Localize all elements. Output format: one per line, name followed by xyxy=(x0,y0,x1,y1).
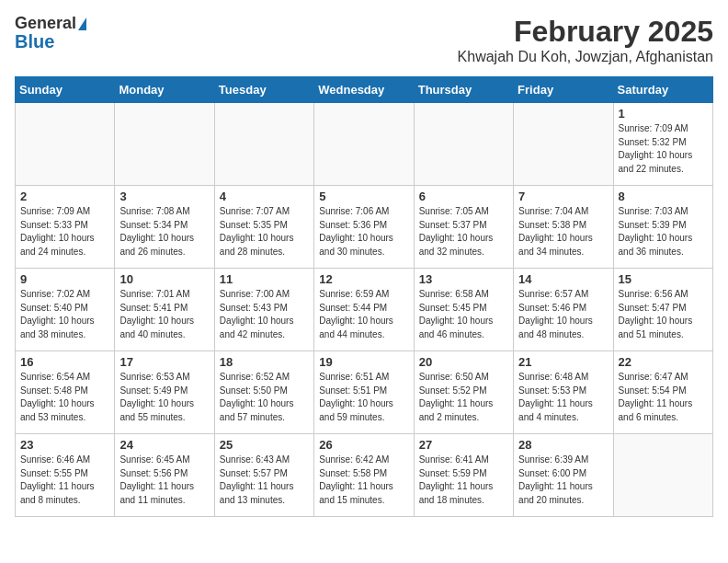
day-info: Sunrise: 7:03 AM Sunset: 5:39 PM Dayligh… xyxy=(619,205,708,259)
day-number: 3 xyxy=(119,190,209,203)
day-number: 28 xyxy=(518,438,608,452)
weekday-header-thursday: Thursday xyxy=(414,77,513,103)
location-title: Khwajah Du Koh, Jowzjan, Afghanistan xyxy=(458,49,713,65)
day-cell-empty xyxy=(214,103,313,186)
day-cell-empty xyxy=(314,103,414,186)
day-cell-23: 23Sunrise: 6:46 AM Sunset: 5:55 PM Dayli… xyxy=(16,434,115,517)
day-cell-16: 16Sunrise: 6:54 AM Sunset: 5:48 PM Dayli… xyxy=(16,351,115,434)
day-number: 12 xyxy=(319,272,408,286)
day-number: 1 xyxy=(619,107,708,121)
week-row-5: 23Sunrise: 6:46 AM Sunset: 5:55 PM Dayli… xyxy=(16,434,713,517)
day-cell-28: 28Sunrise: 6:39 AM Sunset: 6:00 PM Dayli… xyxy=(514,434,613,517)
day-cell-9: 9Sunrise: 7:02 AM Sunset: 5:40 PM Daylig… xyxy=(16,269,115,351)
logo-arrow-icon xyxy=(78,17,86,30)
day-number: 2 xyxy=(20,190,109,203)
day-info: Sunrise: 7:04 AM Sunset: 5:38 PM Dayligh… xyxy=(518,205,608,259)
day-number: 23 xyxy=(20,438,109,452)
month-title: February 2025 xyxy=(458,15,713,49)
weekday-header-tuesday: Tuesday xyxy=(214,77,313,103)
day-info: Sunrise: 7:09 AM Sunset: 5:33 PM Dayligh… xyxy=(20,205,109,259)
day-cell-empty xyxy=(16,103,115,186)
day-cell-26: 26Sunrise: 6:42 AM Sunset: 5:58 PM Dayli… xyxy=(314,434,414,517)
day-cell-18: 18Sunrise: 6:52 AM Sunset: 5:50 PM Dayli… xyxy=(214,351,313,434)
weekday-header-saturday: Saturday xyxy=(613,77,712,103)
page-header: General Blue February 2025 Khwajah Du Ko… xyxy=(15,15,713,65)
day-cell-empty xyxy=(613,434,712,517)
day-cell-14: 14Sunrise: 6:57 AM Sunset: 5:46 PM Dayli… xyxy=(514,269,613,351)
logo-blue: Blue xyxy=(15,31,54,52)
day-cell-21: 21Sunrise: 6:48 AM Sunset: 5:53 PM Dayli… xyxy=(514,351,613,434)
day-cell-13: 13Sunrise: 6:58 AM Sunset: 5:45 PM Dayli… xyxy=(414,269,513,351)
day-cell-15: 15Sunrise: 6:56 AM Sunset: 5:47 PM Dayli… xyxy=(613,269,712,351)
day-info: Sunrise: 6:53 AM Sunset: 5:49 PM Dayligh… xyxy=(119,371,209,424)
day-cell-17: 17Sunrise: 6:53 AM Sunset: 5:49 PM Dayli… xyxy=(115,351,214,434)
day-info: Sunrise: 7:07 AM Sunset: 5:35 PM Dayligh… xyxy=(220,205,309,259)
day-cell-5: 5Sunrise: 7:06 AM Sunset: 5:36 PM Daylig… xyxy=(314,186,414,269)
week-row-3: 9Sunrise: 7:02 AM Sunset: 5:40 PM Daylig… xyxy=(16,269,713,351)
day-cell-3: 3Sunrise: 7:08 AM Sunset: 5:34 PM Daylig… xyxy=(115,186,214,269)
day-info: Sunrise: 6:54 AM Sunset: 5:48 PM Dayligh… xyxy=(20,371,109,424)
day-cell-empty xyxy=(514,103,613,186)
weekday-header-sunday: Sunday xyxy=(16,77,115,103)
day-info: Sunrise: 7:06 AM Sunset: 5:36 PM Dayligh… xyxy=(319,205,408,259)
weekday-header-monday: Monday xyxy=(115,77,214,103)
day-cell-11: 11Sunrise: 7:00 AM Sunset: 5:43 PM Dayli… xyxy=(214,269,313,351)
day-info: Sunrise: 7:08 AM Sunset: 5:34 PM Dayligh… xyxy=(119,205,209,259)
day-info: Sunrise: 6:58 AM Sunset: 5:45 PM Dayligh… xyxy=(419,288,508,341)
day-cell-27: 27Sunrise: 6:41 AM Sunset: 5:59 PM Dayli… xyxy=(414,434,513,517)
day-cell-12: 12Sunrise: 6:59 AM Sunset: 5:44 PM Dayli… xyxy=(314,269,414,351)
day-info: Sunrise: 7:02 AM Sunset: 5:40 PM Dayligh… xyxy=(20,288,109,341)
day-cell-empty xyxy=(115,103,214,186)
day-number: 16 xyxy=(20,355,109,369)
calendar-body: 1Sunrise: 7:09 AM Sunset: 5:32 PM Daylig… xyxy=(16,103,713,517)
day-cell-22: 22Sunrise: 6:47 AM Sunset: 5:54 PM Dayli… xyxy=(613,351,712,434)
day-number: 25 xyxy=(220,438,309,452)
day-info: Sunrise: 6:56 AM Sunset: 5:47 PM Dayligh… xyxy=(619,288,708,341)
week-row-2: 2Sunrise: 7:09 AM Sunset: 5:33 PM Daylig… xyxy=(16,186,713,269)
day-number: 26 xyxy=(319,438,408,452)
day-info: Sunrise: 6:46 AM Sunset: 5:55 PM Dayligh… xyxy=(20,454,109,507)
day-info: Sunrise: 7:09 AM Sunset: 5:32 PM Dayligh… xyxy=(619,122,708,176)
day-number: 7 xyxy=(518,190,608,203)
day-info: Sunrise: 6:47 AM Sunset: 5:54 PM Dayligh… xyxy=(619,371,708,424)
day-number: 22 xyxy=(619,355,708,369)
day-cell-25: 25Sunrise: 6:43 AM Sunset: 5:57 PM Dayli… xyxy=(214,434,313,517)
day-info: Sunrise: 6:52 AM Sunset: 5:50 PM Dayligh… xyxy=(220,371,309,424)
day-info: Sunrise: 6:43 AM Sunset: 5:57 PM Dayligh… xyxy=(220,454,309,507)
day-cell-24: 24Sunrise: 6:45 AM Sunset: 5:56 PM Dayli… xyxy=(115,434,214,517)
day-info: Sunrise: 6:39 AM Sunset: 6:00 PM Dayligh… xyxy=(518,454,608,507)
day-number: 18 xyxy=(220,355,309,369)
day-cell-2: 2Sunrise: 7:09 AM Sunset: 5:33 PM Daylig… xyxy=(16,186,115,269)
day-number: 14 xyxy=(518,272,608,286)
day-cell-20: 20Sunrise: 6:50 AM Sunset: 5:52 PM Dayli… xyxy=(414,351,513,434)
day-info: Sunrise: 6:45 AM Sunset: 5:56 PM Dayligh… xyxy=(119,454,209,507)
day-number: 20 xyxy=(419,355,508,369)
day-cell-8: 8Sunrise: 7:03 AM Sunset: 5:39 PM Daylig… xyxy=(613,186,712,269)
day-number: 9 xyxy=(20,272,109,286)
day-number: 21 xyxy=(518,355,608,369)
day-number: 24 xyxy=(119,438,209,452)
calendar-table: SundayMondayTuesdayWednesdayThursdayFrid… xyxy=(15,76,713,517)
logo: General Blue xyxy=(15,15,86,52)
title-area: February 2025 Khwajah Du Koh, Jowzjan, A… xyxy=(458,15,713,65)
weekday-header-friday: Friday xyxy=(514,77,613,103)
day-number: 8 xyxy=(619,190,708,203)
day-info: Sunrise: 7:01 AM Sunset: 5:41 PM Dayligh… xyxy=(119,288,209,341)
day-info: Sunrise: 6:59 AM Sunset: 5:44 PM Dayligh… xyxy=(319,288,408,341)
day-cell-10: 10Sunrise: 7:01 AM Sunset: 5:41 PM Dayli… xyxy=(115,269,214,351)
day-cell-empty xyxy=(414,103,513,186)
day-number: 17 xyxy=(119,355,209,369)
week-row-4: 16Sunrise: 6:54 AM Sunset: 5:48 PM Dayli… xyxy=(16,351,713,434)
weekday-header-wednesday: Wednesday xyxy=(314,77,414,103)
weekday-header-row: SundayMondayTuesdayWednesdayThursdayFrid… xyxy=(16,77,713,103)
day-cell-6: 6Sunrise: 7:05 AM Sunset: 5:37 PM Daylig… xyxy=(414,186,513,269)
day-number: 10 xyxy=(119,272,209,286)
day-number: 13 xyxy=(419,272,508,286)
day-number: 27 xyxy=(419,438,508,452)
day-info: Sunrise: 7:00 AM Sunset: 5:43 PM Dayligh… xyxy=(220,288,309,341)
day-cell-1: 1Sunrise: 7:09 AM Sunset: 5:32 PM Daylig… xyxy=(613,103,712,186)
week-row-1: 1Sunrise: 7:09 AM Sunset: 5:32 PM Daylig… xyxy=(16,103,713,186)
day-cell-4: 4Sunrise: 7:07 AM Sunset: 5:35 PM Daylig… xyxy=(214,186,313,269)
day-number: 15 xyxy=(619,272,708,286)
day-info: Sunrise: 6:41 AM Sunset: 5:59 PM Dayligh… xyxy=(419,454,508,507)
